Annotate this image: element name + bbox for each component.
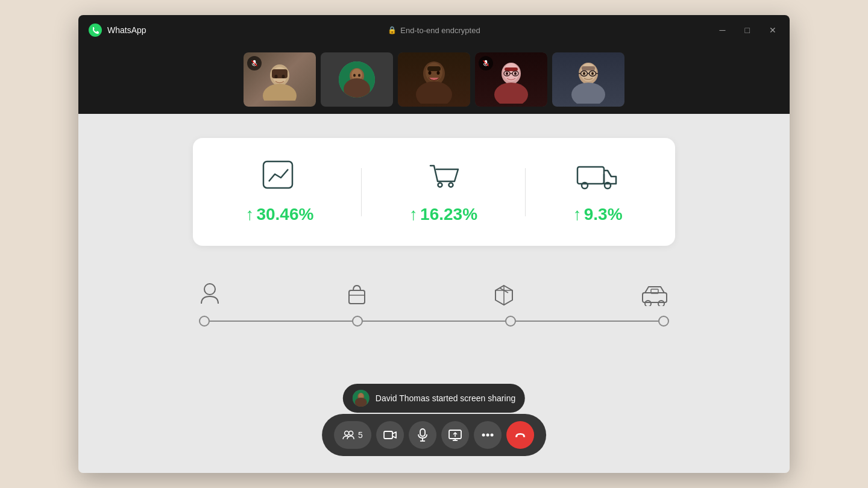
- video-thumb-5[interactable]: [552, 52, 624, 107]
- svg-point-42: [438, 183, 442, 187]
- svg-point-58: [349, 431, 353, 436]
- end-call-button[interactable]: [506, 421, 534, 449]
- chart-icon: [262, 160, 298, 195]
- timeline-icon-car: [640, 282, 669, 306]
- minimize-button[interactable]: ─: [716, 23, 729, 37]
- video-thumb-1[interactable]: [244, 52, 316, 107]
- svg-point-12: [358, 74, 360, 77]
- svg-rect-18: [427, 66, 441, 71]
- stats-card: ↑ 30.46% ↑ 16.23%: [193, 138, 675, 246]
- svg-point-17: [437, 71, 440, 75]
- timeline-dot-3: [505, 316, 516, 327]
- stat-item-2: ↑ 16.23%: [409, 160, 477, 224]
- svg-rect-22: [505, 67, 518, 71]
- stat-arrow-1: ↑: [245, 205, 254, 224]
- video-thumb-2[interactable]: [321, 52, 393, 107]
- titlebar: WhatsApp 🔒 End-to-end endcrypted ─ □ ✕: [78, 15, 790, 45]
- svg-point-16: [429, 71, 432, 75]
- timeline-dot-1: [199, 316, 210, 327]
- timeline-section: [199, 282, 669, 327]
- stat-divider-1: [361, 168, 362, 216]
- screen-share-content: ↑ 30.46% ↑ 16.23%: [78, 114, 790, 473]
- participants-count: 5: [358, 430, 363, 440]
- svg-point-6: [282, 75, 285, 78]
- timeline-icon-box: [493, 282, 515, 306]
- close-button[interactable]: ✕: [766, 23, 780, 37]
- svg-rect-48: [349, 290, 365, 304]
- mute-badge-1: [247, 56, 262, 70]
- video-strip: [78, 45, 790, 114]
- stat-arrow-2: ↑: [409, 205, 418, 224]
- encryption-label: End-to-end endcrypted: [400, 26, 480, 35]
- svg-point-68: [486, 434, 489, 437]
- svg-rect-4: [272, 69, 288, 78]
- app-window: WhatsApp 🔒 End-to-end endcrypted ─ □ ✕: [78, 15, 790, 473]
- timeline-line: [199, 316, 669, 327]
- svg-point-5: [275, 75, 278, 78]
- camera-button[interactable]: [376, 421, 404, 449]
- svg-rect-41: [263, 161, 292, 188]
- svg-point-57: [345, 431, 349, 436]
- app-title: WhatsApp: [107, 25, 146, 35]
- timeline-icon-person: [199, 282, 221, 306]
- svg-point-11: [353, 74, 356, 77]
- more-options-button[interactable]: [474, 421, 502, 449]
- svg-point-28: [494, 83, 528, 104]
- svg-point-50: [645, 301, 651, 306]
- david-thomas-avatar-large: [321, 52, 393, 107]
- svg-point-19: [416, 81, 452, 104]
- window-controls: ─ □ ✕: [716, 23, 780, 37]
- timeline-dot-4: [658, 316, 669, 327]
- stat-item-1: ↑ 30.46%: [245, 160, 313, 224]
- mute-badge-4: [479, 56, 493, 70]
- svg-point-43: [448, 183, 453, 187]
- svg-point-2: [263, 84, 297, 101]
- stat-divider-2: [525, 168, 526, 216]
- svg-point-31: [580, 63, 596, 81]
- participants-button[interactable]: 5: [334, 421, 371, 449]
- call-controls-bar: 5: [322, 414, 546, 456]
- video-thumb-3[interactable]: [398, 52, 470, 107]
- toast-message: David Thomas started screen sharing: [376, 393, 515, 403]
- app-logo: WhatsApp: [88, 23, 146, 37]
- svg-point-47: [204, 284, 215, 295]
- timeline-icons: [199, 282, 669, 306]
- timeline-dot-2: [352, 316, 363, 327]
- stat-value-2: ↑ 16.23%: [409, 205, 477, 224]
- svg-point-27: [514, 72, 517, 75]
- svg-point-37: [583, 72, 585, 75]
- svg-rect-44: [577, 167, 604, 184]
- svg-rect-39: [582, 66, 595, 70]
- svg-rect-59: [384, 431, 392, 439]
- lock-icon: 🔒: [388, 26, 397, 34]
- svg-point-69: [490, 434, 493, 437]
- timeline-icon-bag: [346, 282, 368, 306]
- stat-arrow-3: ↑: [573, 205, 582, 224]
- stat-value-1: ↑ 30.46%: [245, 205, 313, 224]
- whatsapp-icon: [88, 23, 102, 37]
- maximize-button[interactable]: □: [741, 23, 753, 37]
- svg-point-0: [89, 23, 102, 37]
- video-thumb-4[interactable]: [475, 52, 547, 107]
- svg-point-26: [506, 72, 508, 75]
- cart-icon: [426, 160, 462, 195]
- svg-point-51: [658, 301, 664, 306]
- svg-rect-60: [420, 429, 425, 436]
- toast-avatar: [353, 390, 370, 407]
- svg-point-67: [482, 434, 485, 437]
- stat-item-3: ↑ 9.3%: [573, 160, 623, 224]
- encryption-badge: 🔒 End-to-end endcrypted: [388, 26, 480, 35]
- truck-icon: [575, 160, 620, 195]
- svg-point-38: [591, 72, 594, 75]
- screenshare-button[interactable]: [441, 421, 469, 449]
- stat-value-3: ↑ 9.3%: [573, 205, 623, 224]
- screen-share-toast: David Thomas started screen sharing: [343, 384, 525, 413]
- microphone-button[interactable]: [409, 421, 436, 449]
- svg-point-21: [503, 63, 519, 81]
- svg-point-40: [571, 83, 605, 104]
